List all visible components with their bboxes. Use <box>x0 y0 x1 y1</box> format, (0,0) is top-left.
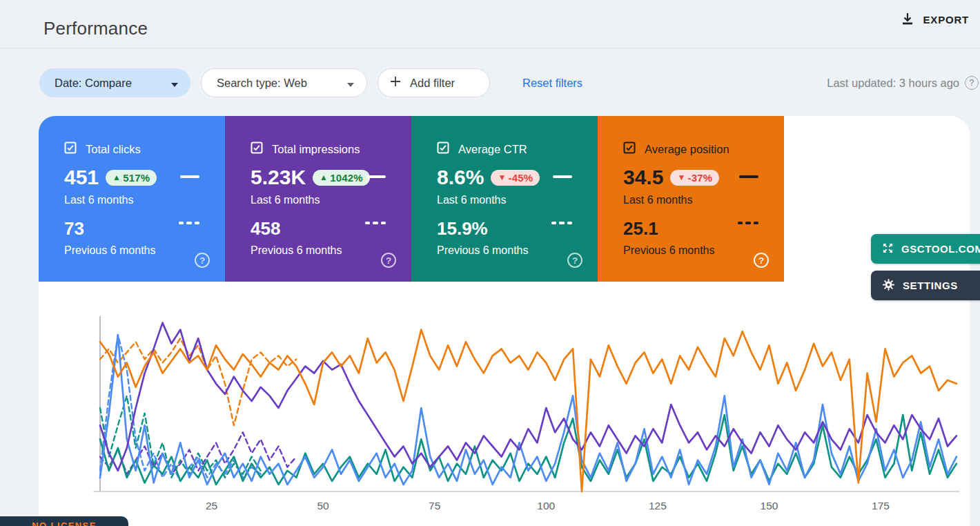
plus-icon <box>389 75 402 90</box>
settings-label: SETTINGS <box>903 280 958 291</box>
delta-badge: ▲ 1042% <box>313 170 370 186</box>
delta-badge: ▲ 517% <box>106 170 157 186</box>
current-period-label: Last 6 months <box>64 194 225 206</box>
svg-text:100: 100 <box>537 500 555 512</box>
delta-value: 1042% <box>330 172 363 184</box>
search-type-label: Search type: Web <box>217 77 307 90</box>
delta-down-icon: ▼ <box>677 173 685 182</box>
metric-card-average-ctr[interactable]: Average CTR 8.6% ▼ -45% Last 6 months 15… <box>411 116 598 282</box>
svg-text:175: 175 <box>872 500 890 512</box>
gear-icon <box>882 278 895 293</box>
help-icon[interactable]: ? <box>381 253 396 268</box>
delta-up-icon: ▲ <box>112 173 121 182</box>
delta-badge: ▼ -37% <box>670 170 719 186</box>
add-filter-button[interactable]: Add filter <box>378 68 490 97</box>
download-icon <box>901 12 914 28</box>
checkbox-checked-icon[interactable] <box>437 142 449 157</box>
gsctool-label: GSCTOOL.COM <box>901 243 980 255</box>
solid-line-key-icon <box>739 175 758 178</box>
help-icon[interactable]: ? <box>567 253 582 268</box>
settings-button[interactable]: SETTINGS <box>871 271 980 300</box>
metric-previous-value: 15.9% <box>437 218 598 240</box>
performance-chart[interactable]: 255075100125150175 <box>39 304 980 526</box>
license-banner[interactable]: NO LICENSE <box>0 516 128 526</box>
dashed-line-key-icon <box>551 222 572 224</box>
help-icon[interactable]: ? <box>195 253 210 268</box>
delta-up-icon: ▲ <box>320 173 328 182</box>
help-icon[interactable]: ? <box>965 76 979 90</box>
add-filter-label: Add filter <box>410 77 455 90</box>
chevron-down-icon <box>347 77 354 90</box>
solid-line-key-icon <box>366 175 386 178</box>
metric-previous-value: 458 <box>251 218 411 240</box>
date-filter-label: Date: Compare <box>55 77 132 90</box>
metric-current-value: 8.6% <box>437 166 484 189</box>
checkbox-checked-icon[interactable] <box>251 142 263 157</box>
delta-down-icon: ▼ <box>498 173 506 182</box>
filter-toolbar: Date: Compare Search type: Web Add filte… <box>39 68 584 97</box>
svg-text:75: 75 <box>429 500 440 512</box>
metric-card-total-clicks[interactable]: Total clicks 451 ▲ 517% Last 6 months 73… <box>39 116 225 282</box>
metric-current-value: 451 <box>64 166 99 189</box>
current-period-label: Last 6 months <box>623 194 784 206</box>
metric-cards: Total clicks 451 ▲ 517% Last 6 months 73… <box>39 116 784 282</box>
metric-current-value: 34.5 <box>623 166 663 189</box>
x-axis-tick-labels: 255075100125150175 <box>206 500 890 512</box>
metric-label: Total impressions <box>272 143 360 156</box>
last-updated: Last updated: 3 hours ago ? <box>827 68 979 97</box>
metric-previous-value: 25.1 <box>623 218 784 240</box>
svg-text:150: 150 <box>761 500 778 512</box>
current-period-label: Last 6 months <box>251 194 411 206</box>
help-icon[interactable]: ? <box>754 253 769 268</box>
dashed-line-key-icon <box>365 222 386 224</box>
delta-value: -37% <box>687 172 712 184</box>
date-filter-chip[interactable]: Date: Compare <box>39 68 190 97</box>
solid-line-key-icon <box>553 175 572 178</box>
expand-icon <box>882 242 894 256</box>
gsctool-button[interactable]: GSCTOOL.COM <box>871 234 980 264</box>
page-title: Performance <box>43 18 148 39</box>
metric-previous-value: 73 <box>64 218 225 240</box>
reset-filters-link[interactable]: Reset filters <box>521 74 584 92</box>
delta-value: -45% <box>508 172 533 184</box>
export-label: EXPORT <box>923 14 969 26</box>
metric-label: Total clicks <box>86 143 141 156</box>
chevron-down-icon <box>171 77 178 90</box>
export-button[interactable]: EXPORT <box>899 8 970 32</box>
metric-card-total-impressions[interactable]: Total impressions 5.23K ▲ 1042% Last 6 m… <box>225 116 411 282</box>
metric-label: Average CTR <box>458 143 527 156</box>
solid-line-key-icon <box>180 175 199 178</box>
current-period-label: Last 6 months <box>437 194 598 206</box>
checkbox-checked-icon[interactable] <box>623 142 636 157</box>
delta-value: 517% <box>123 172 150 184</box>
delta-badge: ▼ -45% <box>491 170 540 186</box>
checkbox-checked-icon[interactable] <box>64 142 77 157</box>
last-updated-text: Last updated: 3 hours ago <box>827 77 959 90</box>
metric-card-average-position[interactable]: Average position 34.5 ▼ -37% Last 6 mont… <box>598 116 784 282</box>
svg-text:50: 50 <box>317 500 329 512</box>
dashed-line-key-icon <box>738 222 758 224</box>
performance-page: Performance EXPORT Date: Compare Search … <box>0 0 980 526</box>
license-label: NO LICENSE <box>32 520 96 526</box>
svg-text:125: 125 <box>649 500 667 512</box>
chart-series <box>100 323 957 491</box>
metric-current-value: 5.23K <box>251 166 306 189</box>
svg-text:25: 25 <box>206 500 217 512</box>
top-bar: Performance EXPORT <box>0 0 980 48</box>
metric-label: Average position <box>645 143 729 156</box>
search-type-filter-chip[interactable]: Search type: Web <box>201 68 367 97</box>
dashed-line-key-icon <box>179 222 199 224</box>
